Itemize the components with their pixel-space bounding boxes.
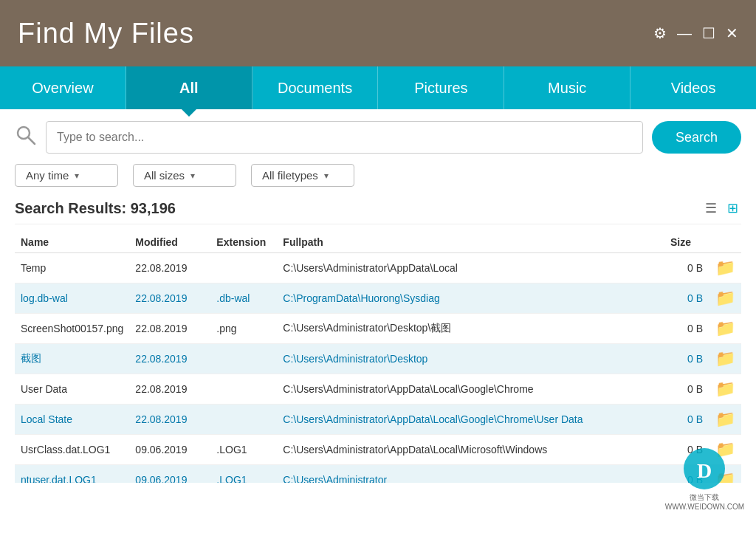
cell-icon: 📁 <box>709 374 741 405</box>
col-header-size: Size <box>664 232 709 253</box>
cell-icon: 📁 <box>709 253 741 283</box>
time-filter-chevron: ▾ <box>75 171 79 181</box>
cell-size: 0 B <box>664 283 709 314</box>
title-bar: Find My Files ⚙ — ☐ ✕ <box>0 0 756 66</box>
cell-size: 0 B <box>664 405 709 435</box>
watermark-logo: D <box>682 447 726 491</box>
folder-icon: 📁 <box>715 379 735 398</box>
tab-documents[interactable]: Documents <box>252 66 379 109</box>
cell-modified: 22.08.2019 <box>129 374 210 405</box>
tab-pictures[interactable]: Pictures <box>378 66 504 109</box>
size-filter-chevron: ▾ <box>190 171 195 181</box>
cell-fullpath: C:\Users\Administrator <box>277 465 664 484</box>
col-header-extension: Extension <box>210 232 277 253</box>
results-count: Search Results: 93,196 <box>15 200 176 217</box>
watermark: D 微当下载WWW.WEIDOWN.COM <box>665 447 744 511</box>
cell-extension: .db-wal <box>210 283 277 314</box>
search-input[interactable] <box>46 121 643 154</box>
watermark-text: 微当下载WWW.WEIDOWN.COM <box>665 492 744 511</box>
cell-icon: 📁 <box>709 344 741 374</box>
col-header-modified: Modified <box>129 232 210 253</box>
filters-bar: Any time ▾ All sizes ▾ All filetypes ▾ <box>15 164 741 187</box>
file-table-container[interactable]: Name Modified Extension Fullpath Size Te… <box>15 232 741 483</box>
table-row[interactable]: log.db-wal 22.08.2019 .db-wal C:\Program… <box>15 283 741 314</box>
view-toggles: ☰ ⊞ <box>702 199 741 218</box>
cell-extension: .LOG1 <box>210 465 277 484</box>
search-button[interactable]: Search <box>652 121 741 154</box>
cell-fullpath: C:\ProgramData\Huorong\Sysdiag <box>277 283 664 314</box>
table-header-row: Name Modified Extension Fullpath Size <box>15 232 741 253</box>
folder-icon: 📁 <box>715 258 735 277</box>
cell-modified: 22.08.2019 <box>129 283 210 314</box>
cell-fullpath: C:\Users\Administrator\Desktop\截图 <box>277 314 664 344</box>
cell-name: Local State <box>15 405 129 435</box>
close-icon[interactable]: ✕ <box>726 24 738 42</box>
folder-icon: 📁 <box>715 349 735 368</box>
cell-size: 0 B <box>664 314 709 344</box>
list-view-toggle[interactable]: ☰ <box>702 199 720 218</box>
time-filter[interactable]: Any time ▾ <box>15 164 118 187</box>
cell-fullpath: C:\Users\Administrator\AppData\Local\Goo… <box>277 405 664 435</box>
cell-name: ntuser.dat.LOG1 <box>15 465 129 484</box>
cell-extension <box>210 405 277 435</box>
search-icon <box>15 124 37 151</box>
col-header-fullpath: Fullpath <box>277 232 664 253</box>
cell-size: 0 B <box>664 253 709 283</box>
grid-view-toggle[interactable]: ⊞ <box>724 199 741 218</box>
cell-size: 0 B <box>664 344 709 374</box>
cell-name: ScreenShot00157.png <box>15 314 129 344</box>
table-row[interactable]: 截图 22.08.2019 C:\Users\Administrator\Des… <box>15 344 741 374</box>
filetype-filter-chevron: ▾ <box>324 171 329 181</box>
tab-bar: Overview All Documents Pictures Music Vi… <box>0 66 756 109</box>
cell-extension: .png <box>210 314 277 344</box>
cell-name: 截图 <box>15 344 129 374</box>
filetype-filter[interactable]: All filetypes ▾ <box>251 164 354 187</box>
cell-icon: 📁 <box>709 405 741 435</box>
cell-fullpath: C:\Users\Administrator\AppData\Local\Goo… <box>277 374 664 405</box>
cell-modified: 22.08.2019 <box>129 253 210 283</box>
svg-text:D: D <box>697 459 712 482</box>
cell-modified: 22.08.2019 <box>129 344 210 374</box>
tab-music[interactable]: Music <box>504 66 630 109</box>
cell-fullpath: C:\Users\Administrator\Desktop <box>277 344 664 374</box>
folder-icon: 📁 <box>715 319 735 337</box>
main-content: Search Any time ▾ All sizes ▾ All filety… <box>0 109 756 533</box>
table-row[interactable]: ntuser.dat.LOG1 09.06.2019 .LOG1 C:\User… <box>15 465 741 484</box>
cell-name: log.db-wal <box>15 283 129 314</box>
table-row[interactable]: Temp 22.08.2019 C:\Users\Administrator\A… <box>15 253 741 283</box>
cell-modified: 09.06.2019 <box>129 435 210 465</box>
table-row[interactable]: ScreenShot00157.png 22.08.2019 .png C:\U… <box>15 314 741 344</box>
table-row[interactable]: Local State 22.08.2019 C:\Users\Administ… <box>15 405 741 435</box>
settings-icon[interactable]: ⚙ <box>653 24 667 42</box>
svg-line-1 <box>28 137 35 144</box>
table-row[interactable]: UsrClass.dat.LOG1 09.06.2019 .LOG1 C:\Us… <box>15 435 741 465</box>
tab-videos[interactable]: Videos <box>630 66 756 109</box>
search-bar: Search <box>15 121 741 154</box>
results-header: Search Results: 93,196 ☰ ⊞ <box>15 199 741 224</box>
folder-icon: 📁 <box>715 289 735 307</box>
col-header-name: Name <box>15 232 129 253</box>
cell-fullpath: C:\Users\Administrator\AppData\Local <box>277 253 664 283</box>
cell-extension <box>210 374 277 405</box>
cell-size: 0 B <box>664 374 709 405</box>
cell-extension <box>210 344 277 374</box>
table-row[interactable]: User Data 22.08.2019 C:\Users\Administra… <box>15 374 741 405</box>
cell-extension: .LOG1 <box>210 435 277 465</box>
cell-modified: 22.08.2019 <box>129 314 210 344</box>
cell-icon: 📁 <box>709 283 741 314</box>
window-controls: ⚙ — ☐ ✕ <box>653 24 738 42</box>
cell-icon: 📁 <box>709 314 741 344</box>
cell-fullpath: C:\Users\Administrator\AppData\Local\Mic… <box>277 435 664 465</box>
minimize-icon[interactable]: — <box>677 25 692 42</box>
app-title: Find My Files <box>18 18 194 49</box>
folder-icon: 📁 <box>715 410 735 428</box>
size-filter[interactable]: All sizes ▾ <box>133 164 236 187</box>
cell-name: Temp <box>15 253 129 283</box>
cell-modified: 22.08.2019 <box>129 405 210 435</box>
cell-name: UsrClass.dat.LOG1 <box>15 435 129 465</box>
tab-overview[interactable]: Overview <box>0 66 126 109</box>
tab-all[interactable]: All <box>126 66 252 109</box>
cell-modified: 09.06.2019 <box>129 465 210 484</box>
cell-name: User Data <box>15 374 129 405</box>
maximize-icon[interactable]: ☐ <box>702 24 715 42</box>
